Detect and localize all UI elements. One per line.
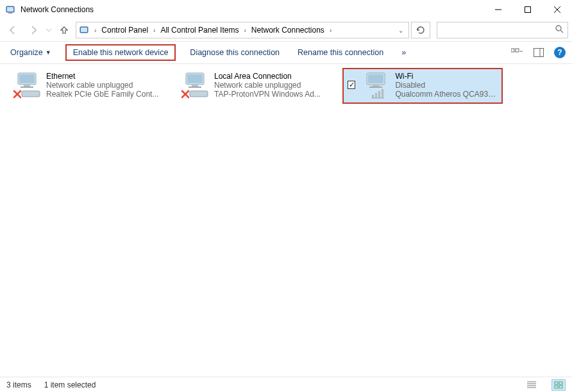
connection-icon [360,72,391,100]
svg-rect-36 [382,89,383,98]
svg-rect-4 [525,7,531,13]
svg-rect-12 [516,49,519,52]
content-area: Ethernet Network cable unplugged Realtek… [0,64,572,377]
connection-adapter: Realtek PCIe GbE Family Cont... [46,90,158,99]
svg-rect-42 [555,382,558,384]
connection-adapter: TAP-ProtonVPN Windows Ad... [214,90,321,99]
svg-rect-44 [555,386,558,388]
selection-count: 1 item selected [44,380,96,389]
svg-rect-43 [559,382,562,384]
connection-name: Local Area Connection [214,72,321,81]
maximize-button[interactable] [513,0,543,19]
svg-rect-33 [372,95,374,98]
organize-menu[interactable]: Organize ▼ [6,46,55,59]
connection-item[interactable]: Local Area Connection Network cable unpl… [174,68,335,104]
history-dropdown[interactable] [45,29,53,32]
connection-status: Network cable unplugged [46,81,158,90]
search-input[interactable] [441,25,555,35]
connection-icon [12,72,42,100]
svg-rect-19 [22,91,40,97]
breadcrumb-item[interactable]: Network Connections [250,24,326,36]
back-button[interactable] [4,21,22,39]
svg-rect-16 [19,74,35,83]
forward-button[interactable] [24,21,42,39]
svg-rect-8 [81,28,87,32]
svg-rect-32 [369,86,382,88]
status-bar: 3 items 1 item selected [0,377,572,392]
rename-button[interactable]: Rename this connection [294,46,387,59]
svg-rect-30 [368,74,383,83]
connection-item-selected[interactable]: ✓ Wi-Fi Disabled Qualcomm Atheros QCA937… [342,68,503,104]
item-count: 3 items [6,380,31,389]
search-box[interactable] [437,22,568,38]
command-bar: Organize ▼ Enable this network device Di… [0,41,572,64]
connection-adapter: Qualcomm Atheros QCA9377... [395,90,498,99]
diagnose-button[interactable]: Diagnose this connection [186,46,283,59]
chevron-right-icon[interactable]: › [327,27,334,34]
selection-checkbox[interactable]: ✓ [348,81,355,89]
minimize-button[interactable] [484,0,513,19]
chevron-down-icon: ▼ [46,49,51,56]
chevron-right-icon[interactable]: › [241,27,248,34]
svg-rect-1 [8,13,12,13]
connection-icon [180,72,210,100]
organize-label: Organize [10,48,43,57]
svg-rect-13 [534,49,544,57]
svg-rect-25 [189,86,201,88]
svg-rect-31 [373,85,379,86]
connection-name: Wi-Fi [395,72,498,81]
up-button[interactable] [55,21,73,39]
connection-name: Ethernet [46,72,158,81]
connection-status: Disabled [395,81,498,90]
chevron-right-icon[interactable]: › [92,27,99,34]
chevron-right-icon[interactable]: › [151,27,158,34]
connection-status: Network cable unplugged [214,81,321,90]
svg-rect-23 [187,74,203,83]
view-options-button[interactable] [510,46,523,59]
search-icon[interactable] [555,25,564,35]
titlebar: Network Connections [0,0,572,19]
refresh-button[interactable] [411,22,430,38]
more-commands-button[interactable]: » [398,46,410,59]
app-icon [5,4,15,15]
breadcrumb[interactable]: › Control Panel › All Control Panel Item… [76,22,409,38]
preview-pane-button[interactable] [532,46,545,59]
svg-rect-45 [559,386,562,388]
enable-device-button[interactable]: Enable this network device [65,44,176,61]
help-button[interactable]: ? [554,47,566,58]
svg-rect-26 [190,91,208,97]
breadcrumb-item[interactable]: Control Panel [100,24,149,36]
close-button[interactable] [543,0,572,19]
window-title: Network Connections [21,5,94,14]
svg-rect-24 [192,85,198,86]
svg-rect-17 [24,85,30,86]
svg-rect-11 [511,49,514,52]
svg-rect-35 [378,91,380,98]
svg-line-10 [560,30,563,33]
svg-rect-18 [21,86,33,88]
svg-rect-2 [7,7,13,12]
address-row: › Control Panel › All Control Panel Item… [0,19,572,41]
details-view-button[interactable] [525,379,539,391]
large-icons-view-button[interactable] [551,379,566,391]
breadcrumb-item[interactable]: All Control Panel Items [159,24,240,36]
connection-item[interactable]: Ethernet Network cable unplugged Realtek… [6,68,167,104]
svg-rect-34 [375,93,377,98]
chevron-down-icon[interactable]: ⌄ [396,27,406,34]
network-connections-icon [79,25,89,35]
svg-point-9 [556,26,561,31]
